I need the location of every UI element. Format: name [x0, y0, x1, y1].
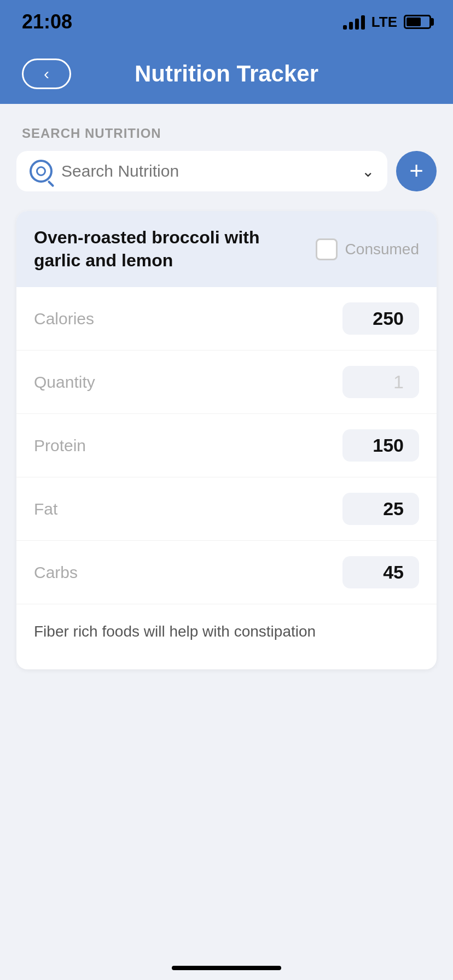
lte-label: LTE	[371, 14, 397, 31]
add-button[interactable]: +	[396, 151, 437, 191]
carbs-label: Carbs	[34, 563, 78, 582]
fat-value: 25	[383, 498, 404, 519]
status-bar: 21:08 LTE	[0, 0, 453, 44]
plus-icon: +	[409, 159, 423, 183]
calories-value-box: 250	[342, 302, 419, 335]
home-indicator	[172, 966, 281, 970]
food-card: Oven-roasted broccoli with garlic and le…	[16, 211, 437, 669]
calories-row: Calories 250	[16, 287, 437, 351]
app-header: ‹ Nutrition Tracker	[0, 44, 453, 104]
protein-row: Protein 150	[16, 414, 437, 477]
protein-value-box: 150	[342, 429, 419, 462]
search-input[interactable]	[61, 162, 353, 180]
quantity-row: Quantity 1	[16, 351, 437, 414]
battery-icon	[404, 15, 431, 29]
page-title: Nutrition Tracker	[135, 61, 318, 87]
status-icons: LTE	[343, 14, 431, 31]
protein-value: 150	[373, 435, 404, 456]
calories-value: 250	[373, 308, 404, 329]
quantity-value[interactable]: 1	[393, 371, 404, 392]
search-row: ⌄ +	[16, 151, 437, 191]
search-section-label: SEARCH NUTRITION	[16, 126, 437, 141]
carbs-value-box: 45	[342, 556, 419, 588]
back-chevron-icon: ‹	[44, 66, 49, 82]
status-time: 21:08	[22, 10, 72, 33]
quantity-value-box: 1	[342, 366, 419, 398]
search-input-container: ⌄	[16, 151, 387, 191]
food-note: Fiber rich foods will help with constipa…	[16, 604, 437, 669]
quantity-label: Quantity	[34, 373, 95, 392]
carbs-value: 45	[383, 562, 404, 582]
calories-label: Calories	[34, 310, 94, 328]
protein-label: Protein	[34, 436, 86, 455]
consumed-label: Consumed	[345, 241, 419, 258]
fat-row: Fat 25	[16, 477, 437, 541]
food-name: Oven-roasted broccoli with garlic and le…	[34, 226, 305, 272]
back-button[interactable]: ‹	[22, 59, 71, 89]
carbs-row: Carbs 45	[16, 541, 437, 604]
search-icon	[30, 160, 53, 183]
dropdown-arrow-icon[interactable]: ⌄	[362, 162, 374, 180]
main-content: SEARCH NUTRITION ⌄ + Oven-roasted brocco…	[0, 104, 453, 691]
food-header: Oven-roasted broccoli with garlic and le…	[16, 211, 437, 287]
fat-label: Fat	[34, 500, 57, 518]
consumed-section: Consumed	[316, 238, 419, 260]
signal-bars-icon	[343, 14, 365, 30]
fat-value-box: 25	[342, 493, 419, 525]
consumed-checkbox[interactable]	[316, 238, 338, 260]
